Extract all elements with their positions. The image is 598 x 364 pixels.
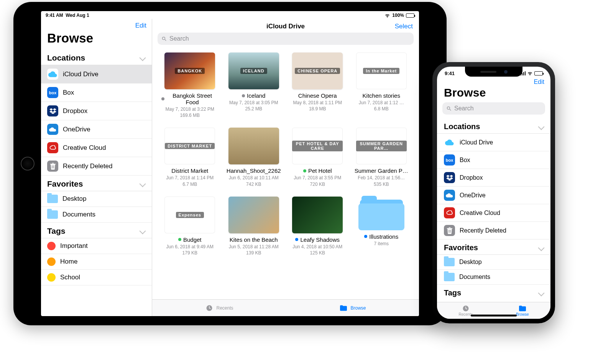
sidebar-item-creative-cloud[interactable]: Creative Cloud [437,204,550,222]
section-label: Tags [444,289,461,297]
file-item[interactable]: In the MarketKitchen storiesJun 7, 2018 … [353,52,410,118]
icloud-icon [47,69,58,80]
sidebar-item-icloud[interactable]: iCloud Drive [437,134,550,151]
file-item[interactable]: PET HOTEL & DAY CAREPet HotelJun 7, 2018… [289,128,346,187]
ipad-tabbar: Recents Browse [152,299,419,316]
folder-item[interactable]: Illustrations7 items [353,197,410,256]
trash-icon [444,225,455,236]
file-name: Kites on the Beach [225,236,283,243]
tag-item[interactable]: Home [41,254,152,270]
sidebar-item-folder[interactable]: Documents [41,207,152,223]
folder-icon [47,195,58,203]
section-label: Locations [47,53,85,62]
section-label: Favorites [444,243,478,252]
edit-button[interactable]: Edit [135,22,146,30]
tab-browse[interactable]: Browse [516,305,529,316]
sidebar-item-folder[interactable]: Desktop [437,255,550,270]
sidebar-item-trash[interactable]: Recently Deleted [41,157,152,175]
sidebar-item-folder[interactable]: Desktop [41,191,152,207]
sidebar-item-label: OneDrive [63,126,146,133]
sidebar-item-label: iCloud Drive [460,139,545,146]
ipad-status-bar: 9:41 AM Wed Aug 1 100% [41,11,419,19]
iphone-screen: 9:41 Edit Browse Search Locations iCloud… [437,67,550,319]
tab-browse[interactable]: Browse [339,305,366,312]
tag-item[interactable]: Important [41,238,152,254]
file-name: Pet Hotel [289,167,346,174]
chevron-down-icon [140,228,146,234]
chevron-down-icon [538,123,545,130]
sidebar-item-dropbox[interactable]: Dropbox [437,169,550,187]
tag-label: School [60,274,146,281]
file-item[interactable]: ICELANDIcelandMay 7, 2018 at 3:05 PM25.2… [225,52,283,118]
section-locations[interactable]: Locations [41,49,152,65]
file-item[interactable]: Kites on the BeachJun 5, 2018 at 11:28 A… [225,197,283,256]
edit-button[interactable]: Edit [534,79,544,85]
file-meta: May 7, 2018 at 3:22 PM169.6 MB [161,106,219,118]
sidebar-item-box[interactable]: boxBox [437,151,550,169]
section-favorites[interactable]: Favorites [437,239,550,255]
search-placeholder: Search [169,35,189,42]
sidebar-item-trash[interactable]: Recently Deleted [437,222,550,239]
files-grid: BANGKOKBangkok Street FoodMay 7, 2018 at… [152,48,419,299]
tab-label: Browse [516,312,529,316]
file-item[interactable]: BANGKOKBangkok Street FoodMay 7, 2018 at… [161,52,219,118]
tag-item[interactable]: School [41,270,152,285]
sidebar-item-onedrive[interactable]: OneDrive [437,187,550,204]
sidebar-item-label: Dropbox [460,174,545,181]
search-input[interactable]: Search [442,102,545,115]
file-thumbnail [228,197,279,233]
sidebar-item-onedrive[interactable]: OneDrive [41,120,152,139]
sidebar-item-label: Desktop [62,195,146,203]
file-name: Hannah_Shoot_2262 [225,167,283,174]
file-name: Chinese Opera [289,92,346,99]
sidebar-item-folder[interactable]: Documents [437,270,550,285]
file-meta: Feb 14, 2018 at 1:56…535 KB [353,175,410,187]
sidebar-item-creative-cloud[interactable]: Creative Cloud [41,139,152,157]
browse-title: Browse [437,85,550,102]
file-item[interactable]: Leafy ShadowsJun 4, 2018 at 10:50 AM125 … [289,197,346,256]
chevron-down-icon [140,55,146,61]
folder-thumbnail [358,197,404,230]
section-favorites[interactable]: Favorites [41,175,152,191]
ipad-main: iCloud Drive Select Search BANGKOKBangko… [152,19,419,316]
search-input[interactable]: Search [158,33,414,45]
chevron-down-icon [538,290,545,296]
search-icon [161,36,167,42]
file-item[interactable]: CHINESE OPERAChinese OperaMay 8, 2018 at… [289,52,346,118]
file-item[interactable]: DISTRICT MARKETDistrict MarketJun 7, 201… [161,128,219,187]
onedrive-icon [444,190,455,201]
sidebar-item-label: Recently Deleted [460,227,545,234]
file-item[interactable]: SUMMER GARDEN PAR…Summer Garden P…Feb 14… [353,128,410,187]
icloud-icon [444,137,455,148]
status-date: Wed Aug 1 [66,13,89,18]
select-button[interactable]: Select [395,23,413,30]
sidebar-item-icloud[interactable]: iCloud Drive [41,65,152,84]
tag-label: Home [60,258,146,266]
battery-percent: 100% [392,13,404,18]
section-tags[interactable]: Tags [41,223,152,238]
file-item[interactable]: Hannah_Shoot_2262Jun 6, 2018 at 10:11 AM… [225,128,283,187]
section-tags[interactable]: Tags [437,285,550,300]
sidebar-item-label: Creative Cloud [63,144,146,152]
file-meta: 7 items [353,241,410,247]
file-name: Kitchen stories [353,92,410,99]
file-meta: Jun 4, 2018 at 10:50 AM125 KB [289,244,346,256]
ipad-home-button[interactable] [21,157,34,171]
tab-recents[interactable]: Recents [205,305,233,312]
sidebar-item-box[interactable]: boxBox [41,84,152,102]
tag-color-dot [47,257,56,266]
section-label: Tags [47,226,65,236]
status-dot [364,235,367,238]
file-item[interactable]: ExpensesBudgetJun 6, 2018 at 9:49 AM179 … [161,197,219,256]
file-thumbnail [292,197,343,233]
file-name: Iceland [225,92,283,99]
tag-color-dot [47,242,56,250]
sidebar-item-dropbox[interactable]: Dropbox [41,102,152,120]
section-locations[interactable]: Locations [437,118,550,134]
folder-icon [444,258,455,266]
folder-icon [339,305,348,312]
search-placeholder: Search [454,105,474,112]
home-indicator[interactable] [471,315,517,316]
browse-title: Browse [41,31,152,49]
dropbox-icon [47,105,58,116]
